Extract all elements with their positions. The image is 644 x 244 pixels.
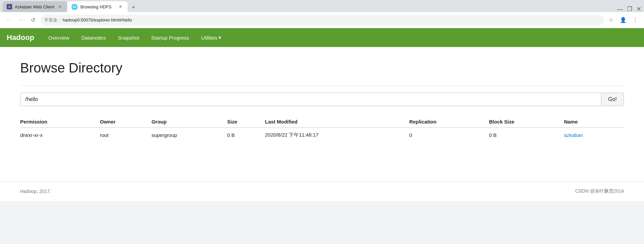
globe-icon: 🌐 [71, 4, 78, 10]
url-divider: | [59, 17, 60, 22]
new-tab-button[interactable]: + [129, 3, 138, 12]
tab-azkaban-title: Azkaban Web Client [15, 4, 54, 9]
forward-button[interactable]: → [16, 15, 26, 25]
tabs-bar: A Azkaban Web Client ✕ 🌐 Browsing HDFS ✕… [0, 0, 644, 12]
col-owner: Owner [100, 116, 152, 128]
page-content: Browse Directory Go! Permission Owner Gr… [0, 47, 644, 181]
address-bar: ← → ↺ 不安全 | hadoop0:50070/explorer.html#… [0, 12, 644, 28]
tab-hdfs-title: Browsing HDFS [81, 4, 115, 9]
col-block-size: Block Size [489, 116, 564, 128]
divider [20, 86, 624, 86]
footer-copyright: Hadoop, 2017. [20, 189, 51, 194]
col-size: Size [227, 116, 265, 128]
utilities-dropdown-arrow: ▾ [219, 35, 221, 41]
url-text: hadoop0:50070/explorer.html#/hello [62, 17, 132, 22]
col-permission: Permission [20, 116, 100, 128]
cell-block-size: 0 B [489, 128, 564, 142]
go-button[interactable]: Go! [601, 93, 624, 106]
table-header-row: Permission Owner Group Size Last Modifie… [20, 116, 624, 128]
nav-overview[interactable]: Overview [42, 28, 76, 47]
col-name: Name [564, 116, 624, 128]
path-form: Go! [20, 93, 624, 106]
nav-utilities-label: Utilities [201, 35, 217, 41]
col-replication: Replication [409, 116, 489, 128]
window-controls: — ❐ ✕ [617, 6, 641, 12]
browser-chrome: A Azkaban Web Client ✕ 🌐 Browsing HDFS ✕… [0, 0, 644, 28]
hadoop-navbar: Hadoop Overview Datanodes Snapshot Start… [0, 28, 644, 47]
azkaban-icon: A [7, 4, 12, 9]
file-link[interactable]: azkaban [564, 132, 583, 138]
minimize-button[interactable]: — [617, 6, 623, 12]
bookmark-button[interactable]: ☆ [606, 15, 616, 25]
tab-hdfs-close[interactable]: ✕ [118, 4, 124, 10]
security-label: 不安全 [44, 17, 57, 23]
nav-startup-progress[interactable]: Startup Progress [145, 28, 195, 47]
cell-last-modified: 2020/8/22 下午11:48:17 [265, 128, 409, 142]
col-group: Group [151, 116, 227, 128]
tab-azkaban-close[interactable]: ✕ [57, 4, 63, 10]
cell-group: supergroup [151, 128, 227, 142]
tab-azkaban[interactable]: A Azkaban Web Client ✕ [3, 1, 67, 12]
hadoop-brand[interactable]: Hadoop [7, 33, 34, 42]
path-input[interactable] [20, 93, 601, 106]
refresh-button[interactable]: ↺ [28, 15, 38, 25]
nav-utilities[interactable]: Utilities ▾ [195, 28, 227, 47]
cell-owner: root [100, 128, 152, 142]
col-last-modified: Last Modified [265, 116, 409, 128]
back-button[interactable]: ← [4, 15, 13, 25]
footer-watermark: CSDN @洛叶飘雪2014 [575, 188, 624, 194]
close-button[interactable]: ✕ [636, 6, 641, 12]
directory-table: Permission Owner Group Size Last Modifie… [20, 116, 624, 142]
cell-permission: drwxr-xr-x [20, 128, 100, 142]
cell-size: 0 B [227, 128, 265, 142]
cell-name[interactable]: azkaban [564, 128, 624, 142]
url-bar[interactable]: 不安全 | hadoop0:50070/explorer.html#/hello [40, 15, 604, 26]
nav-snapshot[interactable]: Snapshot [112, 28, 145, 47]
page-footer: Hadoop, 2017. CSDN @洛叶飘雪2014 [0, 181, 644, 201]
nav-datanodes[interactable]: Datanodes [75, 28, 112, 47]
cell-replication: 0 [409, 128, 489, 142]
table-row: drwxr-xr-x root supergroup 0 B 2020/8/22… [20, 128, 624, 142]
browser-menu-button[interactable]: ⋮ [631, 15, 640, 25]
tab-hdfs[interactable]: 🌐 Browsing HDFS ✕ [67, 1, 128, 12]
page-title: Browse Directory [20, 60, 624, 76]
maximize-button[interactable]: ❐ [627, 6, 632, 12]
account-button[interactable]: 👤 [618, 15, 628, 25]
